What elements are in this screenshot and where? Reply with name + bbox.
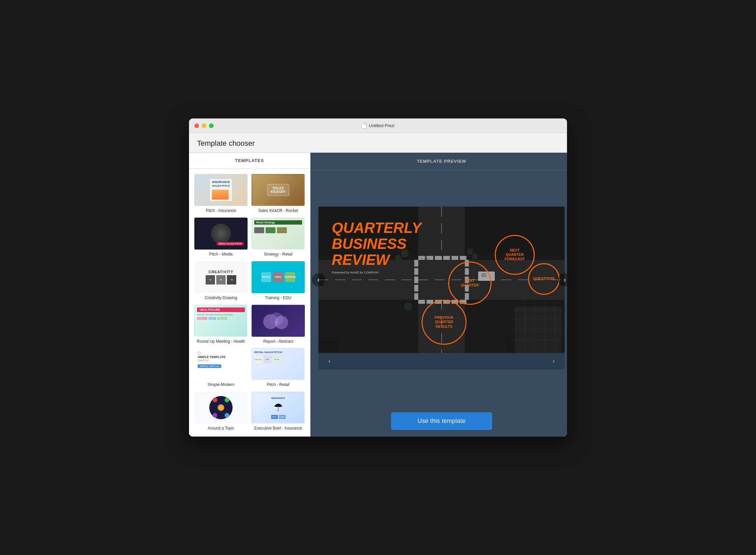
preview-slide-wrapper: ‹ › [319, 207, 565, 369]
svg-point-42 [404, 302, 412, 310]
slide-subtitle: Presented by NAME for COMPANY [332, 271, 422, 274]
thumb-around-dot1 [213, 398, 217, 402]
prev-slide-button[interactable]: ‹ [312, 273, 325, 287]
template-item-training-edu[interactable]: INTRO TOPIC PURPOSE Training - EDU [252, 261, 305, 301]
template-thumb-pitch-media: MEDIA SALES PITCH [194, 218, 248, 250]
template-label-around-topic: Around a Topic [208, 426, 234, 431]
app-window: Untitled Prezi Template chooser TEMPLATE… [189, 119, 567, 436]
template-thumb-training-edu: INTRO TOPIC PURPOSE [252, 261, 305, 293]
thumb-training-topic: TOPIC [273, 272, 283, 282]
thumb-media-badge: MEDIA SALES PITCH [217, 242, 244, 246]
titlebar: Untitled Prezi [189, 119, 567, 133]
close-button[interactable] [194, 123, 199, 128]
slide-title: QUARTERLY BUSINESS REVIEW [332, 220, 422, 268]
template-thumb-simple-modern: i SIMPLE TEMPLATE SUBTITLE SIMPLE TOPIC … [194, 348, 248, 380]
traffic-lights [194, 123, 214, 128]
template-label-pitch-retail: Pitch - Retail [267, 382, 290, 388]
template-label-training-edu: Training - EDU [265, 295, 292, 301]
template-thumb-strategy-retail: Retail Strategy [252, 218, 305, 250]
thumb-retail-header: Retail Strategy [254, 220, 302, 225]
template-label-roundup-health: Round Up Meeting - Health [197, 339, 245, 344]
page-title: Template chooser [197, 139, 559, 148]
template-thumb-report-abstract [252, 305, 305, 337]
template-item-strategy-retail[interactable]: Retail Strategy Strategy - Retail [252, 218, 305, 257]
thumb-training-intro: INTRO [261, 272, 271, 282]
template-thumb-pitch-insurance: INSURANCE SALES PITCH [194, 174, 248, 206]
window-title-area: Untitled Prezi [361, 123, 394, 129]
preview-slide-container: ‹ › [319, 207, 565, 353]
slide-circle-previous-quarter: PREVIOUSQUARTERRESULTS [422, 300, 466, 345]
thumb-health-inner: HEALTHCARE Weekly-Monthly Roundup Meetin… [197, 307, 245, 320]
thumb-insurance-inner: INSURANCE SALES PITCH [210, 179, 232, 201]
template-label-report-abstract: Report - Abstract [263, 339, 293, 344]
preview-header: TEMPLATE PREVIEW [310, 153, 567, 170]
thumb-creativity-block1: T1 [206, 275, 215, 285]
template-item-creativity-drawing[interactable]: CREATIVITY T1 T2 T3 Creativity-Drawing [194, 261, 248, 301]
thumb-pitch-retail-title: RETAIL SALES PITCH [254, 351, 302, 354]
slide-circle-questions-text: QUESTIONS [531, 274, 557, 283]
thumb-report-inner [263, 311, 293, 331]
maximize-button[interactable] [209, 123, 214, 128]
slide-circle-previous-quarter-text: PREVIOUSQUARTERRESULTS [432, 313, 456, 331]
svg-rect-10 [452, 256, 458, 260]
template-thumb-around-topic [194, 392, 248, 424]
thumb-around-dot4 [213, 413, 217, 418]
slide-circle-next-quarter-text: NEXTQUARTER [459, 276, 481, 289]
templates-panel: TEMPLATES INSURANCE SALES PITCH Pitch - … [189, 153, 310, 436]
slide-circle-questions: QUESTIONS [528, 263, 560, 295]
svg-point-44 [472, 254, 478, 260]
svg-rect-11 [460, 256, 466, 260]
template-label-strategy-retail: Strategy - Retail [264, 252, 292, 257]
main-content: TEMPLATES INSURANCE SALES PITCH Pitch - … [189, 153, 567, 436]
template-thumb-sales-kickoff: SALESKICKOFF [252, 174, 305, 206]
preview-slide: QUARTERLY BUSINESS REVIEW Presented by N… [319, 207, 565, 353]
preview-panel: TEMPLATE PREVIEW ‹ › [310, 153, 567, 436]
template-item-pitch-retail[interactable]: RETAIL SALES PITCH Our Co. Hist. Prod. P… [252, 348, 305, 388]
use-template-button[interactable]: Use this template [391, 412, 492, 430]
template-thumb-pitch-retail: RETAIL SALES PITCH Our Co. Hist. Prod. [252, 348, 305, 380]
svg-rect-12 [418, 300, 425, 304]
slide-nav-prev-button[interactable]: ‹ [325, 356, 334, 366]
thumb-simple-info: i [198, 351, 201, 355]
thumb-training-purpose: PURPOSE [285, 272, 295, 282]
thumb-around-dot2 [224, 413, 229, 418]
template-item-report-abstract[interactable]: Report - Abstract [252, 305, 305, 344]
window-title: Untitled Prezi [369, 123, 394, 128]
thumb-around-inner [209, 396, 233, 419]
thumb-sales-inner: SALESKICKOFF [267, 184, 289, 196]
svg-rect-22 [414, 293, 418, 300]
template-thumb-creativity-drawing: CREATIVITY T1 T2 T3 [194, 261, 248, 293]
svg-rect-21 [414, 285, 418, 292]
svg-point-47 [427, 258, 429, 260]
template-item-pitch-media[interactable]: MEDIA SALES PITCH Pitch - Media [194, 218, 248, 257]
templates-grid: INSURANCE SALES PITCH Pitch - Insurance … [189, 169, 310, 436]
document-icon [361, 123, 367, 129]
template-label-pitch-insurance: Pitch - Insurance [206, 208, 236, 214]
slide-title-area: QUARTERLY BUSINESS REVIEW Presented by N… [332, 220, 422, 274]
template-item-sales-kickoff[interactable]: SALESKICKOFF Sales KickOff - Rocket [252, 174, 305, 214]
template-item-pitch-insurance[interactable]: INSURANCE SALES PITCH Pitch - Insurance [194, 174, 248, 214]
thumb-creativity-inner: CREATIVITY T1 T2 T3 [206, 270, 236, 285]
thumb-creativity-block3: T3 [227, 275, 236, 285]
svg-point-43 [466, 248, 473, 255]
thumb-around-dot3 [224, 398, 229, 402]
template-label-sales-kickoff: Sales KickOff - Rocket [258, 208, 298, 214]
thumb-media-circle [211, 224, 231, 244]
template-item-around-topic[interactable]: Around a Topic [194, 392, 248, 431]
template-thumb-roundup-health: HEALTHCARE Weekly-Monthly Roundup Meetin… [194, 305, 248, 337]
thumb-pitch-retail-inner: RETAIL SALES PITCH Our Co. Hist. Prod. [254, 351, 302, 364]
template-item-roundup-health[interactable]: HEALTHCARE Weekly-Monthly Roundup Meetin… [194, 305, 248, 344]
slide-nav-area: ‹ › [319, 353, 565, 369]
template-item-executive-brief[interactable]: INSURANCE ☂ PERF. SUMM. Executive Brief … [252, 392, 305, 431]
thumb-around-center [218, 404, 224, 411]
thumb-retail-inner: Retail Strategy [254, 220, 302, 233]
slide-circle-next-quarter: NEXTQUARTER [448, 261, 492, 305]
minimize-button[interactable] [202, 123, 206, 128]
svg-rect-8 [435, 256, 442, 260]
slide-nav-next-button[interactable]: › [549, 356, 558, 366]
svg-rect-9 [443, 256, 450, 260]
template-label-pitch-media: Pitch - Media [209, 252, 233, 257]
thumb-simple-title: SIMPLE TEMPLATE [198, 355, 225, 359]
thumb-exec-umbrella: ☂ [274, 401, 283, 414]
template-item-simple-modern[interactable]: i SIMPLE TEMPLATE SUBTITLE SIMPLE TOPIC … [194, 348, 248, 388]
